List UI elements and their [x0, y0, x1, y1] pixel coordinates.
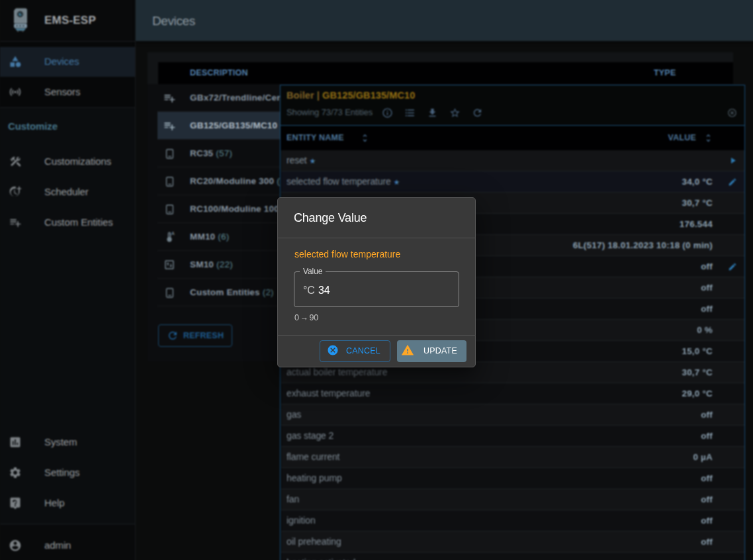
svg-text:A: A — [171, 231, 175, 236]
